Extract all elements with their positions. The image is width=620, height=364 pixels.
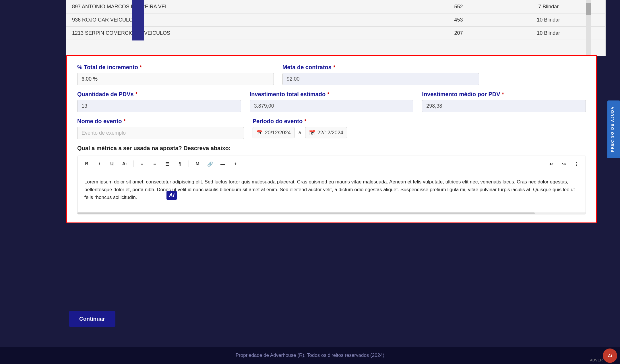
scrollbar[interactable] (586, 0, 591, 56)
background-table: 897 ANTONIO MARCOS FERREIRA VEI 552 7 Bl… (66, 0, 606, 56)
form-row-2: Quantidade de PDVs * Investimento total … (77, 91, 586, 112)
label-total-incremento: % Total de incremento * (77, 64, 274, 71)
input-quantidade-pdvs[interactable] (77, 100, 241, 112)
period-separator: a (297, 130, 302, 135)
input-investimento-medio[interactable] (422, 100, 586, 112)
form-panel: % Total de incremento * Meta de contrato… (66, 55, 597, 223)
editor-scrollbar[interactable] (78, 212, 586, 214)
side-help-button[interactable]: PRECISO DE AJUDA (607, 100, 620, 158)
calendar-from-icon: 📅 (256, 129, 263, 136)
calendar-to-icon: 📅 (309, 129, 315, 136)
underline-button[interactable]: U (107, 159, 117, 169)
italic-button[interactable]: i (94, 159, 104, 169)
form-row-3: Nome do evento * Período do evento * 📅 2… (77, 118, 586, 139)
align-right-button[interactable]: ≡ (150, 159, 160, 169)
input-investimento-total[interactable] (250, 100, 414, 112)
scrollbar-thumb[interactable] (586, 3, 591, 15)
field-investimento-total: Investimento total estimado * (250, 91, 414, 112)
label-periodo-evento: Período do evento * (253, 118, 586, 125)
list-button[interactable]: ☰ (162, 159, 173, 169)
date-from-value: 20/12/2024 (265, 130, 291, 136)
label-nome-evento: Nome do evento * (77, 118, 244, 125)
field-total-incremento: % Total de incremento * (77, 64, 274, 85)
adver-logo: ADVER (590, 358, 603, 362)
cell-id-name: 897 ANTONIO MARCOS FERREIRA VEI (66, 0, 426, 13)
bar-indicator (132, 0, 144, 40)
table-row: 897 ANTONIO MARCOS FERREIRA VEI 552 7 Bl… (66, 0, 605, 13)
table-row: 1213 SERPIN COMERCIO DE VEICULOS 207 10 … (66, 27, 605, 40)
footer: Propriedade de Adverhouse (R). Todos os … (0, 347, 620, 364)
redo-button[interactable]: ↪ (559, 159, 569, 169)
editor-scrollbar-thumb[interactable] (78, 212, 535, 214)
cell-value: 453 (426, 13, 491, 27)
input-meta-contratos[interactable] (282, 73, 479, 85)
input-total-incremento[interactable] (77, 73, 274, 85)
undo-button[interactable]: ↩ (546, 159, 556, 169)
divider-1 (133, 160, 133, 167)
cell-value: 552 (426, 0, 491, 13)
label-quantidade-pdvs: Quantidade de PDVs * (77, 91, 241, 98)
paragraph-button[interactable]: ¶ (175, 159, 185, 169)
field-periodo-evento: Período do evento * 📅 20/12/2024 a 📅 22/… (253, 118, 586, 138)
bold-button[interactable]: B (82, 159, 92, 169)
label-meta-contratos: Meta de contratos * (282, 64, 479, 71)
field-investimento-medio: Investimento médio por PDV * (422, 91, 586, 112)
continue-button[interactable]: Continuar (69, 311, 115, 327)
divider-2 (189, 160, 189, 167)
table-row: 936 ROJO CAR VEICULOS 453 10 Blindar (66, 13, 605, 27)
link-button[interactable]: 🔗 (205, 159, 215, 169)
image-button[interactable]: ▬ (218, 159, 228, 169)
field-nome-evento: Nome do evento * (77, 118, 244, 139)
cell-value: 207 (426, 27, 491, 40)
more-options-button[interactable]: ⋮ (571, 159, 582, 169)
insert-button[interactable]: + (230, 159, 241, 169)
input-nome-evento[interactable] (77, 127, 244, 139)
label-investimento-medio: Investimento médio por PDV * (422, 91, 586, 98)
field-quantidade-pdvs: Quantidade de PDVs * (77, 91, 241, 112)
rich-text-editor[interactable]: B i U A: ≡ ≡ ☰ ¶ M 🔗 ▬ + ↩ ↪ ⋮ Lorem ips… (77, 156, 586, 214)
cell-id-name: 936 ROJO CAR VEICULOS (66, 13, 426, 27)
more-button[interactable]: M (192, 159, 203, 169)
form-row-1: % Total de incremento * Meta de contrato… (77, 64, 586, 85)
field-meta-contratos: Meta de contratos * (282, 64, 479, 85)
editor-toolbar: B i U A: ≡ ≡ ☰ ¶ M 🔗 ▬ + ↩ ↪ ⋮ (78, 156, 586, 172)
date-to-value: 22/12/2024 (317, 130, 343, 136)
period-row: 📅 20/12/2024 a 📅 22/12/2024 (253, 127, 586, 138)
date-from-wrapper[interactable]: 📅 20/12/2024 (253, 127, 294, 138)
align-left-button[interactable]: ≡ (137, 159, 147, 169)
footer-text: Propriedade de Adverhouse (R). Todos os … (236, 353, 384, 358)
font-color-button[interactable]: A: (119, 159, 130, 169)
label-investimento-total: Investimento total estimado * (250, 91, 414, 98)
cell-id-name: 1213 SERPIN COMERCIO DE VEICULOS (66, 27, 426, 40)
ai-badge: Ai (166, 191, 177, 200)
adver-icon: Ai (603, 348, 617, 363)
question-text: Qual a métrica a ser usada na aposta? De… (77, 145, 586, 152)
data-table: 897 ANTONIO MARCOS FERREIRA VEI 552 7 Bl… (66, 0, 605, 40)
editor-content[interactable]: Lorem ipsum dolor sit amet, consectetur … (78, 172, 586, 212)
date-to-wrapper[interactable]: 📅 22/12/2024 (305, 127, 347, 138)
